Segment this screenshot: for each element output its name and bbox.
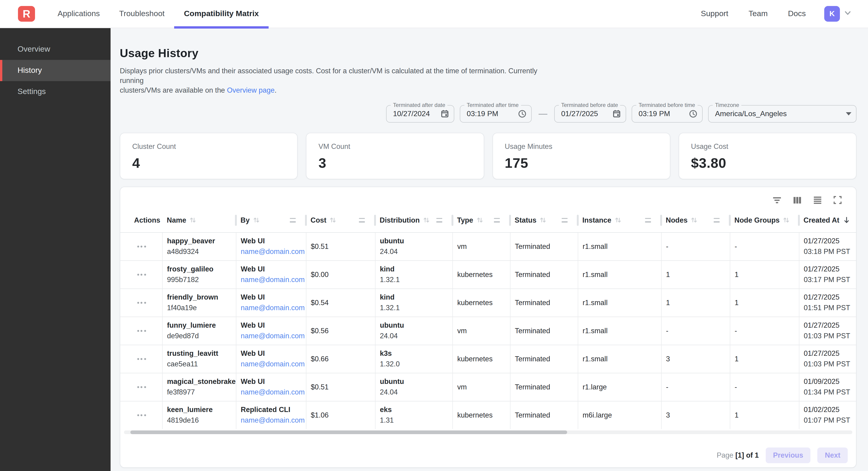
nav-link-docs[interactable]: Docs — [788, 9, 806, 19]
column-header-name[interactable]: Name — [162, 208, 236, 232]
column-header-cost[interactable]: Cost — [306, 208, 375, 232]
instance-cell: r1.small — [578, 232, 661, 260]
terminated-before-date-field[interactable]: Terminated before date01/27/2025 — [554, 105, 626, 123]
nav-links: SupportTeamDocs — [701, 9, 806, 19]
column-menu-icon[interactable] — [494, 218, 500, 223]
column-header-nodes[interactable]: Nodes — [661, 208, 730, 232]
column-menu-icon[interactable] — [359, 218, 365, 223]
sort-icon[interactable] — [476, 217, 483, 224]
row-actions-button[interactable] — [125, 414, 158, 416]
created-time: 01:03 PM PST — [804, 332, 856, 340]
nav-tab-applications[interactable]: Applications — [48, 0, 110, 28]
usage-table-card: ActionsNameByCostDistributionTypeStatusI… — [120, 187, 857, 468]
terminated-after-time-field[interactable]: Terminated after time03:19 PM — [460, 105, 532, 123]
table-row: friendly_brown1f40a19eWeb UIname@domain.… — [120, 289, 856, 317]
replicated-logo[interactable]: R — [18, 6, 35, 22]
clock-icon[interactable] — [689, 110, 698, 118]
distribution-cell: k3s1.32.0 — [375, 345, 453, 373]
account-menu[interactable]: K — [824, 6, 851, 22]
by-cell: Web UIname@domain.com — [236, 345, 306, 373]
timezone-select[interactable]: TimezoneAmerica/Los_Angeles — [708, 105, 857, 123]
sidebar-item-settings[interactable]: Settings — [0, 81, 111, 102]
terminated-after-date-field[interactable]: Terminated after date10/27/2024 — [386, 105, 454, 123]
column-label: Name — [167, 216, 186, 225]
name-cell: frosty_galileo995b7182 — [162, 260, 236, 289]
row-actions-button[interactable] — [125, 302, 158, 303]
column-header-status[interactable]: Status — [510, 208, 578, 232]
cluster-name: friendly_brown — [167, 293, 232, 301]
nav-tab-compatibility-matrix[interactable]: Compatibility Matrix — [175, 0, 269, 28]
dropdown-arrow-icon[interactable] — [846, 112, 851, 115]
row-actions-button[interactable] — [125, 273, 158, 275]
sort-icon[interactable] — [691, 217, 698, 224]
next-page-button[interactable]: Next — [817, 447, 848, 463]
columns-icon[interactable] — [793, 195, 802, 205]
created-by-email-link[interactable]: name@domain.com — [241, 275, 305, 284]
horizontal-scrollbar-thumb[interactable] — [130, 431, 567, 434]
distribution-version: 1.32.1 — [380, 275, 448, 284]
row-actions-button[interactable] — [125, 358, 158, 360]
fullscreen-icon[interactable] — [833, 196, 842, 205]
sort-icon[interactable] — [189, 217, 196, 224]
cluster-id: 1f40a19e — [167, 304, 232, 312]
row-actions-button[interactable] — [125, 245, 158, 247]
nav-link-team[interactable]: Team — [748, 9, 768, 19]
nav-tab-troubleshoot[interactable]: Troubleshoot — [110, 0, 174, 28]
column-header-node-groups[interactable]: Node Groups — [730, 208, 799, 232]
cost-cell: $0.51 — [306, 373, 375, 401]
avatar[interactable]: K — [824, 6, 840, 22]
column-header-distribution[interactable]: Distribution — [375, 208, 453, 232]
column-menu-icon[interactable] — [714, 218, 720, 223]
column-header-instance[interactable]: Instance — [578, 208, 661, 232]
created-by-email-link[interactable]: name@domain.com — [241, 332, 305, 340]
density-icon[interactable] — [813, 195, 823, 205]
horizontal-scrollbar-track[interactable] — [124, 431, 852, 434]
status-cell: Terminated — [510, 401, 578, 429]
clock-icon[interactable] — [518, 110, 527, 118]
cost-cell: $0.66 — [306, 345, 375, 373]
distribution-cell: ubuntu24.04 — [375, 317, 453, 345]
sorted-desc-icon[interactable] — [843, 216, 850, 224]
nav-link-support[interactable]: Support — [701, 9, 728, 19]
created-by-email-link[interactable]: name@domain.com — [241, 304, 305, 312]
created-by-source: Web UI — [241, 237, 302, 245]
column-label: Nodes — [666, 216, 688, 225]
distribution-version: 24.04 — [380, 388, 448, 396]
nodes-cell: 1 — [661, 289, 730, 317]
created-by-email-link[interactable]: name@domain.com — [241, 360, 305, 368]
column-menu-icon[interactable] — [290, 218, 296, 223]
terminated-before-time-field[interactable]: Terminated before time03:19 PM — [632, 105, 703, 123]
sort-icon[interactable] — [783, 217, 790, 224]
column-header-by[interactable]: By — [236, 208, 306, 232]
filters-row: Terminated after date10/27/2024Terminate… — [120, 105, 857, 123]
sort-icon[interactable] — [253, 217, 260, 224]
sidebar-item-history[interactable]: History — [0, 60, 111, 81]
column-menu-icon[interactable] — [436, 218, 442, 223]
sort-icon[interactable] — [540, 217, 547, 224]
created-at-cell: 01/09/202501:34 PM PST — [799, 373, 856, 401]
sort-icon[interactable] — [330, 217, 337, 224]
column-menu-icon[interactable] — [645, 218, 651, 223]
column-menu-icon[interactable] — [562, 218, 568, 223]
column-header-type[interactable]: Type — [453, 208, 510, 232]
calendar-icon[interactable] — [440, 110, 449, 118]
created-by-email-link[interactable]: name@domain.com — [241, 388, 305, 396]
calendar-icon[interactable] — [612, 110, 621, 118]
sort-icon[interactable] — [615, 217, 621, 224]
overview-page-link[interactable]: Overview page — [227, 86, 275, 94]
page-description-line1: Displays prior clusters/VMs and their as… — [120, 67, 537, 84]
distribution-cell: kind1.32.1 — [375, 289, 453, 317]
filter-icon[interactable] — [772, 195, 782, 205]
sidebar-item-overview[interactable]: Overview — [0, 39, 111, 60]
column-header-created-at[interactable]: Created At — [799, 208, 856, 232]
row-actions-button[interactable] — [125, 386, 158, 388]
name-cell: keen_lumiere4819de16 — [162, 401, 236, 429]
created-by-email-link[interactable]: name@domain.com — [241, 416, 305, 424]
previous-page-button[interactable]: Previous — [766, 447, 811, 463]
usage-table: ActionsNameByCostDistributionTypeStatusI… — [120, 208, 856, 429]
created-by-email-link[interactable]: name@domain.com — [241, 247, 305, 255]
chevron-down-icon[interactable] — [844, 9, 851, 19]
distribution-version: 1.31 — [380, 416, 448, 425]
sort-icon[interactable] — [423, 217, 430, 224]
row-actions-button[interactable] — [125, 330, 158, 332]
